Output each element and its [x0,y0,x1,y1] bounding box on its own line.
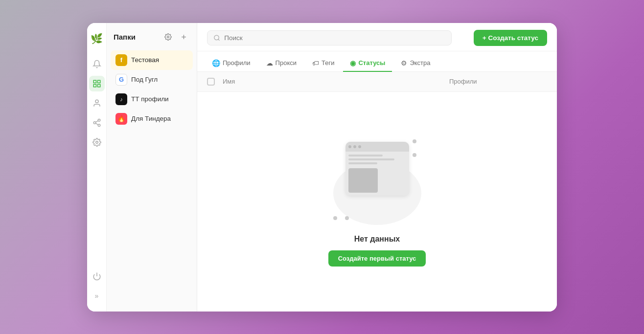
folders-header: Папки [107,23,197,48]
grid-icon[interactable] [89,76,105,91]
folder-label-testovaya: Тестовая [131,56,159,64]
main-header: + Создать статус [197,23,557,51]
tab-profiles[interactable]: 🌐 Профили [205,55,257,72]
tab-extra-label: Экстра [410,59,430,67]
tab-extra[interactable]: ⚙ Экстра [394,55,437,72]
browser-dot-3 [358,145,361,148]
cloud-icon: ☁ [266,59,273,67]
main-content: + Создать статус 🌐 Профили ☁ Прокси 🏷 Те… [197,23,557,312]
folder-item-dlya-tindera[interactable]: 🔥 Для Тиндера [111,109,193,129]
svg-point-6 [93,121,96,124]
tab-statuses-label: Статусы [358,59,385,67]
dot-2 [413,153,416,157]
svg-rect-0 [93,80,96,83]
power-icon[interactable] [89,268,105,284]
col-name: Имя [223,78,449,85]
table-header: Имя Профили [197,72,557,92]
dot-3 [333,216,337,220]
dot-1 [413,139,416,143]
empty-illustration [328,137,426,225]
user-icon[interactable] [89,95,105,111]
svg-point-4 [95,100,98,103]
connections-icon[interactable] [89,115,105,131]
folder-item-testovaya[interactable]: f Тестовая [111,50,193,70]
folder-list: f Тестовая G Под Гугл ♪ ТТ профили 🔥 Для… [107,48,197,312]
folder-icon-tt-profiles: ♪ [115,93,127,105]
tab-statuses[interactable]: ◉ Статусы [343,55,392,72]
browser-body [345,152,409,196]
browser-line-3 [348,162,377,164]
expand-icon[interactable]: » [89,288,105,304]
browser-dot-1 [348,145,351,148]
folder-item-tt-profiles[interactable]: ♪ ТТ профили [111,89,193,109]
folder-label-dlya-tindera: Для Тиндера [131,115,171,122]
empty-dots-right [413,139,416,157]
folders-title: Папки [114,33,136,41]
tab-proxies-label: Прокси [276,59,297,67]
svg-point-7 [98,124,100,127]
svg-rect-2 [97,84,100,87]
folder-icon-testovaya: f [115,54,127,66]
svg-line-8 [95,123,98,125]
search-input[interactable] [224,34,445,42]
svg-point-5 [98,119,100,121]
browser-bar [345,142,409,152]
folders-panel: Папки f Тестовая G Под Гугл [107,23,197,312]
browser-dot-2 [353,145,356,148]
bell-icon[interactable] [89,56,105,72]
tab-proxies[interactable]: ☁ Прокси [259,55,303,72]
empty-title: Нет данных [354,235,400,244]
svg-point-15 [214,35,219,40]
dot-4 [345,216,349,220]
circle-icon: ◉ [350,59,356,67]
search-icon [213,34,220,42]
folders-settings-button[interactable] [161,31,174,44]
tab-tags[interactable]: 🏷 Теги [305,55,341,72]
empty-dots-bottom [333,216,349,220]
checkbox-header [207,78,223,86]
globe-icon: 🌐 [212,59,220,67]
folder-label-tt-profiles: ТТ профили [131,95,169,103]
icon-sidebar: 🌿 » [87,23,107,312]
select-all-checkbox[interactable] [207,78,215,86]
svg-rect-1 [97,80,100,83]
browser-mock [345,142,409,196]
folders-add-button[interactable] [177,31,190,44]
tab-profiles-label: Профили [223,59,251,67]
svg-line-16 [218,39,220,41]
svg-line-9 [95,120,98,122]
tabs-bar: 🌐 Профили ☁ Прокси 🏷 Теги ◉ Статусы ⚙ Эк… [197,51,557,72]
empty-state: Нет данных Создайте первый статус [197,92,557,312]
create-status-button[interactable]: + Создать статус [474,30,547,46]
browser-line-2 [348,158,394,160]
create-first-status-button[interactable]: Создайте первый статус [328,250,426,267]
search-bar [207,30,452,45]
logo-icon[interactable]: 🌿 [89,31,105,46]
folders-actions [161,31,190,44]
gear-tab-icon: ⚙ [401,59,407,67]
folder-label-pod-gugl: Под Гугл [131,76,158,83]
col-profiles: Профили [449,78,547,85]
app-window: 🌿 » Папки [87,23,557,312]
svg-rect-3 [93,84,96,87]
tag-icon: 🏷 [312,59,319,67]
svg-point-10 [95,141,98,143]
folder-icon-dlya-tindera: 🔥 [115,113,127,125]
settings-icon[interactable] [89,134,105,150]
svg-point-12 [167,36,169,38]
folder-icon-pod-gugl: G [115,74,127,86]
tab-tags-label: Теги [322,59,334,67]
browser-line-1 [348,155,383,156]
folder-item-pod-gugl[interactable]: G Под Гугл [111,70,193,89]
browser-rect [348,168,378,193]
